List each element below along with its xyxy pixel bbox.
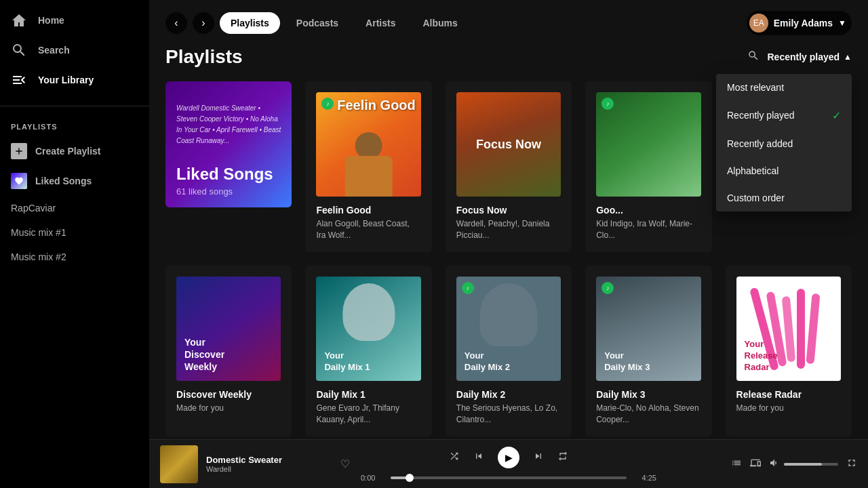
spotify-badge-dm2: ♪ <box>462 282 474 294</box>
sort-controls: Recently played ▲ Most relevant Recently… <box>747 49 852 65</box>
discover-weekly-name: Discover Weekly <box>176 389 281 400</box>
forward-button[interactable]: › <box>193 12 214 34</box>
sidebar-item-rapcaviar[interactable]: RapCaviar <box>0 196 149 220</box>
focus-now-name: Focus Now <box>456 205 561 216</box>
volume-track[interactable] <box>784 463 838 466</box>
daily-mix-3-card[interactable]: ♪ YourDaily Mix 3 Daily Mix 3 Marie-Clo,… <box>585 266 711 436</box>
focus-now-card[interactable]: Focus Now Focus Now Wardell, Peachy!, Da… <box>446 81 572 252</box>
daily-mix-1-card[interactable]: YourDaily Mix 1 Daily Mix 1 Gene Evaro J… <box>305 266 431 436</box>
liked-songs-card[interactable]: Wardell Domestic Sweater • Steven Cooper… <box>165 81 292 252</box>
sidebar-item-music-mix-1[interactable]: Music mix #1 <box>0 220 149 245</box>
volume-button[interactable] <box>769 458 780 471</box>
liked-songs-button[interactable]: Liked Songs <box>0 166 149 196</box>
feelin-good-card[interactable]: ♪ Feelin Good Feelin Good Alan Gogoll, B… <box>305 81 431 252</box>
player-bar: Domestic Sweater Wardell ♡ ▶ <box>149 439 868 488</box>
liked-songs-desc-text: Wardell Domestic Sweater • Steven Cooper… <box>176 103 281 146</box>
shuffle-button[interactable] <box>449 451 460 464</box>
content-area: Playlists Recently played ▲ Most relevan… <box>149 46 868 439</box>
sort-recently-played[interactable]: Recently played ✓ <box>716 101 852 130</box>
volume-fill <box>784 463 822 466</box>
next-button[interactable] <box>533 451 544 464</box>
progress-track[interactable] <box>391 476 627 479</box>
play-pause-button[interactable]: ▶ <box>498 447 519 468</box>
daily-mix-1-name: Daily Mix 1 <box>316 389 420 400</box>
sort-recently-added[interactable]: Recently added <box>716 130 852 157</box>
back-button[interactable]: ‹ <box>165 12 187 34</box>
search-icon <box>11 42 27 58</box>
track-name: Domestic Sweater <box>206 455 332 465</box>
progress-bar: 0:00 4:25 <box>361 474 656 482</box>
sort-most-relevant[interactable]: Most relevant <box>716 74 852 101</box>
devices-button[interactable] <box>750 458 761 471</box>
page-title: Playlists <box>165 46 243 68</box>
sidebar: Home Search Your Library PLAYLISTS Creat… <box>0 0 149 488</box>
sort-button[interactable]: Recently played ▲ <box>768 52 852 62</box>
previous-button[interactable] <box>473 451 484 464</box>
sidebar-item-music-mix-2[interactable]: Music mix #2 <box>0 245 149 269</box>
now-playing: Domestic Sweater Wardell ♡ <box>160 445 350 483</box>
tab-podcasts[interactable]: Podcasts <box>285 12 349 34</box>
release-radar-desc: Made for you <box>736 403 841 414</box>
sidebar-item-home[interactable]: Home <box>0 5 149 35</box>
tab-artists[interactable]: Artists <box>355 12 406 34</box>
top-nav: ‹ › Playlists Podcasts Artists Albums EA… <box>165 11 852 35</box>
heart-icon <box>11 173 27 189</box>
focus-now-desc: Wardell, Peachy!, Daniela Picciau... <box>456 218 561 241</box>
user-menu[interactable]: EA Emily Adams ▼ <box>747 11 852 35</box>
daily-mix-2-name: Daily Mix 2 <box>456 389 561 400</box>
tab-playlists[interactable]: Playlists <box>220 12 280 34</box>
repeat-button[interactable] <box>557 451 568 464</box>
good-name: Goo... <box>596 205 701 216</box>
playlists-header: Playlists Recently played ▲ Most relevan… <box>165 46 852 68</box>
release-radar-card[interactable]: YourReleaseRadar Release Radar Made for … <box>726 266 852 436</box>
library-icon <box>11 72 27 88</box>
home-icon <box>11 12 27 28</box>
spotify-badge-good: ♪ <box>601 98 614 110</box>
search-filter-button[interactable] <box>747 49 760 65</box>
feelin-good-desc: Alan Gogoll, Beast Coast, Ira Wolf... <box>316 218 420 241</box>
volume-control <box>769 458 838 471</box>
plus-icon <box>11 143 27 159</box>
chevron-up-icon: ▲ <box>844 52 852 62</box>
good-desc: Kid Indigo, Ira Wolf, Marie-Clo... <box>596 218 701 241</box>
sidebar-divider <box>0 106 149 106</box>
sort-dropdown: Most relevant Recently played ✓ Recently… <box>716 74 852 211</box>
player-controls: ▶ <box>449 447 568 468</box>
daily-mix-2-desc: The Serious Hyenas, Lo Zo, Cilantro... <box>456 403 561 426</box>
player-right <box>667 458 857 471</box>
daily-mix-1-desc: Gene Evaro Jr, Thifany Kauany, April... <box>316 403 420 426</box>
current-time: 0:00 <box>361 474 385 482</box>
create-playlist-button[interactable]: Create Playlist <box>0 136 149 166</box>
spotify-badge-dm3: ♪ <box>601 282 614 294</box>
liked-songs-count: 61 liked songs <box>176 186 281 197</box>
sidebar-item-library[interactable]: Your Library <box>0 65 149 95</box>
heart-button[interactable]: ♡ <box>340 458 350 470</box>
checkmark-icon: ✓ <box>832 109 841 122</box>
discover-weekly-card[interactable]: YourDiscoverWeekly Discover Weekly Made … <box>165 266 292 436</box>
queue-button[interactable] <box>731 458 742 471</box>
feelin-good-name: Feelin Good <box>316 205 420 216</box>
fullscreen-button[interactable] <box>846 458 857 471</box>
sidebar-nav: Home Search Your Library <box>0 0 149 100</box>
release-radar-name: Release Radar <box>736 389 841 400</box>
user-name: Emily Adams <box>774 18 833 28</box>
tab-albums[interactable]: Albums <box>412 12 468 34</box>
total-time: 4:25 <box>632 474 656 482</box>
daily-mix-3-name: Daily Mix 3 <box>596 389 701 400</box>
discover-weekly-desc: Made for you <box>176 403 281 414</box>
track-info: Domestic Sweater Wardell <box>206 455 332 473</box>
avatar: EA <box>749 14 768 33</box>
sort-custom-order[interactable]: Custom order <box>716 184 852 211</box>
spotify-badge-feelin-good: ♪ <box>321 98 334 110</box>
progress-dot <box>406 474 414 482</box>
header: ‹ › Playlists Podcasts Artists Albums EA… <box>149 0 868 46</box>
sidebar-item-search[interactable]: Search <box>0 35 149 65</box>
playlists-row-2: YourDiscoverWeekly Discover Weekly Made … <box>165 266 852 436</box>
playlists-section-label: PLAYLISTS <box>0 112 149 136</box>
chevron-down-icon: ▼ <box>838 18 846 28</box>
track-artist: Wardell <box>206 465 332 473</box>
player-center: ▶ 0:00 4:25 <box>361 447 656 482</box>
sort-alphabetical[interactable]: Alphabetical <box>716 157 852 184</box>
daily-mix-2-card[interactable]: ♪ YourDaily Mix 2 Daily Mix 2 The Seriou… <box>446 266 572 436</box>
good-card[interactable]: ♪ Goo... Kid Indigo, Ira Wolf, Marie-Clo… <box>585 81 711 252</box>
